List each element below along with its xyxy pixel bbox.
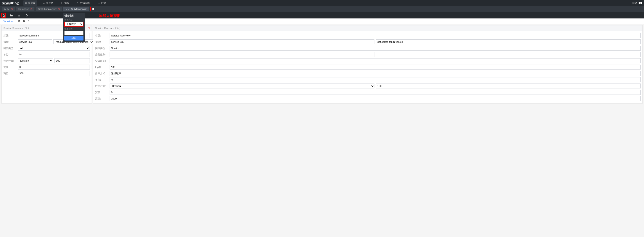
delete-icon[interactable]: ⊟: [11, 8, 12, 10]
nav-topology[interactable]: ◇ 拓扑图: [42, 0, 55, 6]
tab-database-label: Database: [18, 8, 29, 10]
tab-sla-overview[interactable]: ⋮⋮ SLA Overview: [63, 7, 89, 11]
add-tab-button[interactable]: [90, 7, 96, 11]
delete-icon[interactable]: ⊟: [58, 8, 60, 10]
nav-dashboard-label: 仪表盘: [28, 1, 36, 5]
metric-label: 指标:: [4, 40, 16, 44]
nav-profile[interactable]: 〜 性能剖析: [75, 0, 92, 6]
export-button[interactable]: [17, 13, 21, 18]
metric-mode-input[interactable]: [376, 40, 640, 44]
folder-icon: [23, 20, 25, 22]
entity-type-input[interactable]: [110, 46, 640, 51]
sub-tab-bar: Overview: [0, 18, 644, 24]
template-name-input[interactable]: [64, 31, 84, 35]
subtab-add-button[interactable]: [18, 20, 20, 23]
nav-alarm[interactable]: ☼ 告警: [96, 0, 108, 6]
tab-database[interactable]: Database ⊟: [16, 7, 34, 11]
calc-label: 数据计算:: [95, 84, 108, 88]
dashboard-tab-bar: APM ⊟ Database ⊟ SelfObservability ⊟ ⋮⋮ …: [0, 6, 644, 12]
subtab-import-button[interactable]: [23, 20, 25, 23]
unit-label: 单位:: [4, 53, 16, 56]
parent-svc-label: 父级服务:: [95, 59, 108, 62]
create-template-popover: 创建模板 模板类型 大屏视图 模板名称 确定: [63, 12, 85, 42]
width-label: 宽度:: [4, 66, 16, 69]
tab-self[interactable]: SelfObservability ⊟: [36, 7, 62, 11]
title-input[interactable]: [110, 33, 640, 38]
template-name-label: 模板名称: [64, 28, 84, 30]
alarm-icon: ☼: [98, 2, 100, 4]
tab-sla-label: SLA Overview: [71, 8, 86, 10]
calc-arg-input[interactable]: [54, 58, 90, 63]
height-input[interactable]: [110, 96, 640, 101]
nav-topology-label: 拓扑图: [46, 1, 54, 5]
topn-label: top数:: [95, 66, 108, 69]
tab-self-label: SelfObservability: [38, 8, 57, 10]
metric-input[interactable]: [110, 40, 374, 44]
add-file-icon: [92, 8, 94, 10]
unit-input[interactable]: [18, 52, 90, 57]
calc-method-select[interactable]: Division: [18, 58, 53, 63]
top-nav: ▦ 仪表盘 ◇ 拓扑图 ⊢ 追踪 〜 性能剖析 ☼ 告警: [23, 0, 632, 6]
profile-icon: 〜: [77, 1, 79, 4]
width-input[interactable]: [18, 64, 90, 70]
width-input[interactable]: [110, 90, 640, 95]
width-label: 宽度:: [95, 91, 108, 94]
refresh-icon: [25, 14, 28, 17]
panel-header: Service Overview ( % ): [94, 26, 642, 31]
tab-apm[interactable]: APM ⊟: [2, 7, 15, 11]
tab-apm-label: APM: [4, 8, 10, 10]
unit-label: 单位:: [95, 78, 108, 82]
current-svc-label: 当前服务:: [95, 53, 108, 56]
current-svc-input-2[interactable]: [376, 52, 640, 57]
calc-label: 数据计算:: [4, 59, 16, 62]
panel-delete-button[interactable]: ⊟: [88, 27, 90, 30]
add-file-icon: [18, 20, 20, 22]
metric-input[interactable]: [18, 40, 52, 44]
calc-method-select[interactable]: Division: [110, 84, 374, 88]
entity-type-label: 实体类型:: [4, 46, 16, 50]
dashboard-icon: ▦: [25, 2, 27, 4]
height-label: 高度:: [4, 72, 16, 75]
trace-icon: ⊢: [61, 2, 63, 4]
lock-button[interactable]: [1, 13, 6, 18]
panel-title: Service Overview ( % ): [95, 27, 120, 30]
title-label: 标题:: [95, 34, 108, 37]
height-input[interactable]: [18, 71, 90, 76]
subtab-actions: [18, 20, 30, 23]
download-icon: [18, 14, 20, 17]
auto-label: 自动: [632, 1, 637, 5]
topology-icon: ◇: [43, 2, 45, 4]
nav-trace[interactable]: ⊢ 追踪: [60, 0, 71, 6]
nav-profile-label: 性能剖析: [80, 1, 90, 5]
import-button[interactable]: [9, 13, 14, 18]
nav-dashboard[interactable]: ▦ 仪表盘: [23, 0, 37, 6]
height-label: 高度:: [95, 97, 108, 100]
subtab-overview[interactable]: Overview: [2, 19, 14, 24]
delete-icon[interactable]: ⊟: [30, 8, 32, 10]
metric-label: 指标:: [95, 40, 108, 44]
sort-input[interactable]: [110, 71, 640, 76]
popover-title: 创建模板: [64, 14, 84, 17]
confirm-button[interactable]: 确定: [64, 36, 84, 40]
current-svc-input[interactable]: [110, 52, 374, 57]
calc-arg-input[interactable]: [376, 84, 640, 88]
nav-alarm-label: 告警: [101, 1, 106, 5]
refresh-button[interactable]: [24, 13, 29, 18]
parent-svc-input[interactable]: [110, 58, 640, 63]
template-type-select[interactable]: 大屏视图: [64, 22, 84, 26]
download-icon: [28, 20, 30, 22]
sort-label: 排序方式:: [95, 72, 108, 75]
service-overview-panel: Service Overview ( % ) 标题: 指标: 实体类型: 当前服…: [93, 25, 643, 104]
subtab-export-button[interactable]: [28, 20, 30, 23]
folder-icon: [10, 14, 13, 17]
top-right: 自动 6: [632, 1, 642, 5]
drag-icon: ⋮⋮: [66, 8, 70, 10]
unit-input[interactable]: [110, 77, 640, 82]
main-content: Service Summary ( % ) ⊟ 标题: 指标: read avg…: [0, 24, 644, 104]
auto-count-badge[interactable]: 6: [638, 2, 642, 4]
brand-sub: Rocketbot: [2, 4, 10, 6]
entity-type-select[interactable]: All: [18, 46, 90, 51]
topn-input[interactable]: [110, 64, 640, 70]
panel-title: Service Summary ( % ): [4, 27, 29, 30]
title-label: 标题:: [4, 34, 16, 37]
